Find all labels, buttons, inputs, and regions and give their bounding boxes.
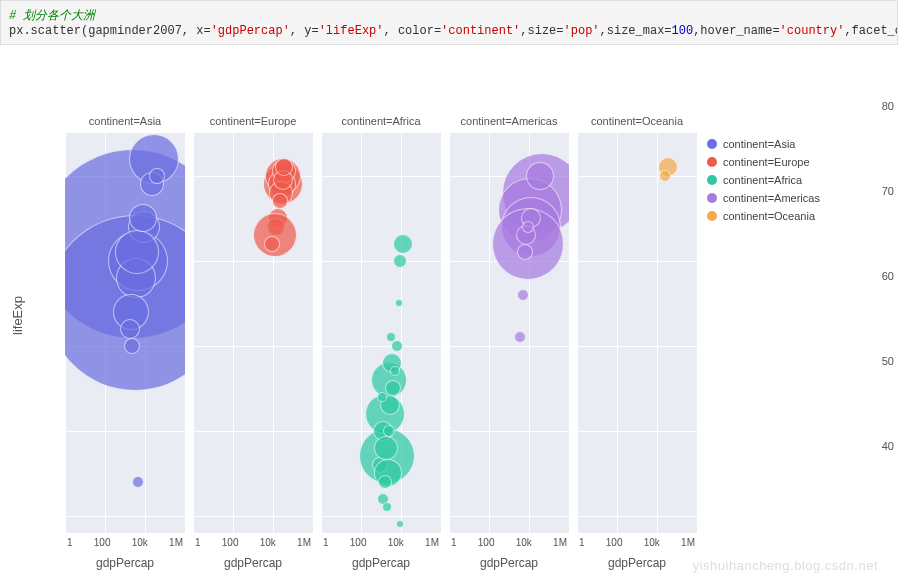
facet: continent=Oceania110010k1MgdpPercap [577, 115, 697, 570]
legend-swatch-icon [707, 139, 717, 149]
y-tick: 60 [882, 270, 894, 282]
x-axis-ticks: 110010k1M [193, 533, 313, 552]
data-point[interactable] [385, 380, 401, 396]
legend-swatch-icon [707, 193, 717, 203]
x-axis-title: gdpPercap [193, 552, 313, 570]
x-axis-ticks: 110010k1M [321, 533, 441, 552]
x-axis-ticks: 110010k1M [577, 533, 697, 552]
y-tick: 40 [882, 440, 894, 452]
data-point[interactable] [378, 475, 392, 489]
data-point[interactable] [396, 520, 404, 528]
watermark-text: yishuihancheng.blog.csdn.net [693, 558, 878, 573]
data-point[interactable] [374, 436, 398, 460]
facet: continent=Americas110010k1MgdpPercap [449, 115, 569, 570]
data-point[interactable] [393, 234, 413, 254]
legend-label: continent=Europe [723, 156, 810, 168]
data-point[interactable] [275, 158, 293, 176]
plot-panel[interactable] [193, 133, 313, 533]
plot-panel[interactable] [321, 133, 441, 533]
legend-label: continent=Africa [723, 174, 802, 186]
facet-title: continent=Europe [193, 115, 313, 133]
data-point[interactable] [272, 193, 288, 209]
code-block: # 划分各个大洲 px.scatter(gapminder2007, x='gd… [0, 0, 898, 45]
code-comment: # 划分各个大洲 [9, 9, 95, 23]
y-tick: 70 [882, 185, 894, 197]
data-point[interactable] [522, 221, 534, 233]
legend[interactable]: continent=Asiacontinent=Europecontinent=… [697, 115, 830, 570]
facet: continent=Asia110010k1MgdpPercap [65, 115, 185, 570]
legend-swatch-icon [707, 211, 717, 221]
data-point[interactable] [132, 476, 144, 488]
facet-title: continent=Africa [321, 115, 441, 133]
data-point[interactable] [383, 425, 395, 437]
data-point[interactable] [526, 162, 554, 190]
facet-title: continent=Oceania [577, 115, 697, 133]
x-axis-ticks: 110010k1M [65, 533, 185, 552]
legend-label: continent=Americas [723, 192, 820, 204]
chart-area[interactable]: lifeExp 4050607080 continent=Asia110010k… [0, 45, 898, 580]
legend-item[interactable]: continent=Europe [707, 153, 820, 171]
data-point[interactable] [149, 168, 165, 184]
data-point[interactable] [517, 289, 529, 301]
y-tick: 50 [882, 355, 894, 367]
data-point[interactable] [395, 299, 403, 307]
legend-swatch-icon [707, 157, 717, 167]
plot-panel[interactable] [449, 133, 569, 533]
facet: continent=Africa110010k1MgdpPercap [321, 115, 441, 570]
data-point[interactable] [386, 332, 396, 342]
data-point[interactable] [115, 230, 159, 274]
legend-label: continent=Oceania [723, 210, 815, 222]
facet-title: continent=Asia [65, 115, 185, 133]
data-point[interactable] [517, 244, 533, 260]
y-tick: 80 [882, 100, 894, 112]
x-axis-title: gdpPercap [321, 552, 441, 570]
y-axis-ticks: 4050607080 [35, 115, 65, 570]
legend-item[interactable]: continent=Americas [707, 189, 820, 207]
facet-title: continent=Americas [449, 115, 569, 133]
data-point[interactable] [120, 319, 140, 339]
x-axis-ticks: 110010k1M [449, 533, 569, 552]
legend-item[interactable]: continent=Oceania [707, 207, 820, 225]
data-point[interactable] [382, 502, 392, 512]
code-line: px.scatter(gapminder2007, x='gdpPercap',… [9, 24, 889, 38]
data-point[interactable] [129, 204, 157, 232]
data-point[interactable] [393, 254, 407, 268]
legend-label: continent=Asia [723, 138, 795, 150]
legend-swatch-icon [707, 175, 717, 185]
data-point[interactable] [264, 236, 280, 252]
y-axis-title: lifeExp [10, 296, 25, 335]
legend-item[interactable]: continent=Asia [707, 135, 820, 153]
data-point[interactable] [659, 170, 671, 182]
plot-panel[interactable] [65, 133, 185, 533]
data-point[interactable] [514, 331, 526, 343]
data-point[interactable] [377, 392, 387, 402]
data-point[interactable] [390, 366, 400, 376]
x-axis-title: gdpPercap [577, 552, 697, 570]
facet-row: continent=Asia110010k1MgdpPercapcontinen… [65, 115, 697, 570]
data-point[interactable] [124, 338, 140, 354]
facet: continent=Europe110010k1MgdpPercap [193, 115, 313, 570]
plot-panel[interactable] [577, 133, 697, 533]
x-axis-title: gdpPercap [65, 552, 185, 570]
x-axis-title: gdpPercap [449, 552, 569, 570]
legend-item[interactable]: continent=Africa [707, 171, 820, 189]
